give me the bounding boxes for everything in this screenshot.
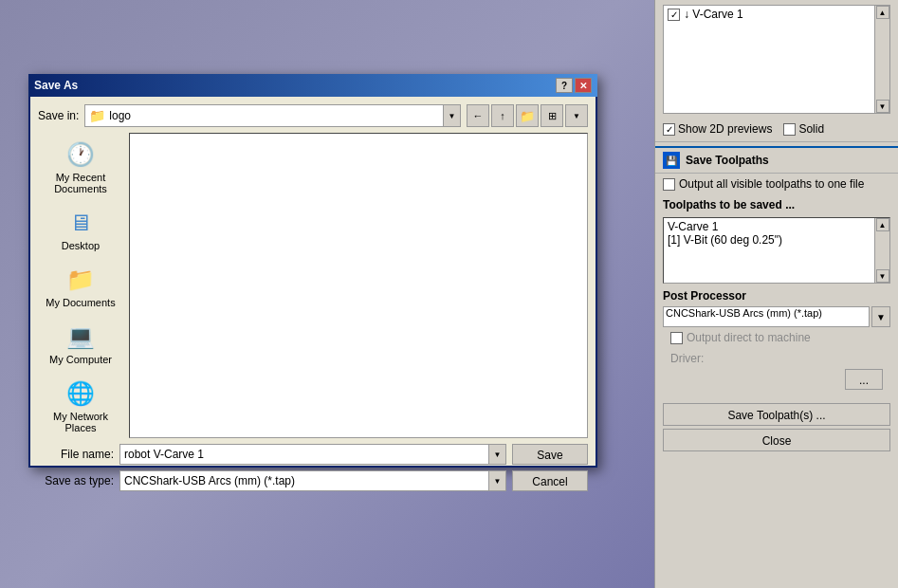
post-processor-select[interactable]: CNCShark-USB Arcs (mm) (*.tap) [663,306,870,327]
dialog-titlebar: Save As ? ✕ [28,74,597,97]
scroll-down-arrow[interactable]: ▼ [876,100,889,113]
filename-dropdown-btn[interactable]: ▼ [488,445,505,464]
dialog-title: Save As [34,79,78,92]
vcarve-list-item[interactable]: ✓ ↓ V-Carve 1 [664,6,889,23]
nav-view-btn[interactable]: ⊞ [541,104,563,127]
sidebar-network-label: My NetworkPlaces [53,411,108,433]
post-processor-value: CNCShark-USB Arcs (mm) (*.tap) [666,307,822,319]
post-processor-dropdown-row[interactable]: CNCShark-USB Arcs (mm) (*.tap) ▼ [663,306,890,327]
save-in-row: Save in: 📁 logo ▼ ← ↑ 📁 ⊞ ▼ [38,104,588,127]
cancel-button[interactable]: Cancel [512,470,588,491]
sidebar-recent-label: My RecentDocuments [54,172,107,194]
filename-row: File name: ▼ Save [38,444,588,465]
toolpath-name: V-Carve 1 [668,220,886,233]
list-scrollbar[interactable]: ▲ ▼ [874,6,889,113]
nav-back-btn[interactable]: ← [467,104,489,127]
desktop-icon: 🖥 [64,206,98,240]
post-processor-section: Post Processor CNCShark-USB Arcs (mm) (*… [655,285,898,397]
solid-checkbox-row[interactable]: Solid [783,122,824,136]
help-button[interactable]: ? [556,78,573,93]
save-toolpaths-icon: 💾 [663,152,680,169]
show-options: ✓ Show 2D previews Solid [655,119,898,139]
savetype-value: CNCShark-USB Arcs (mm) (*.tap) [120,474,299,487]
show-2d-label: Show 2D previews [678,122,772,136]
my-network-icon: 🌐 [64,377,98,411]
sidebar-item-network[interactable]: 🌐 My NetworkPlaces [38,372,123,438]
my-documents-icon: 📁 [64,263,98,297]
save-toolpaths-section: 💾 Save Toolpaths Output all visible tool… [655,146,898,284]
solid-checkbox[interactable] [783,123,796,136]
save-in-value: logo [109,109,131,122]
vcarve-checkbox[interactable]: ✓ [668,9,680,21]
sidebar-item-recent[interactable]: 🕐 My RecentDocuments [38,133,123,199]
post-processor-label: Post Processor [663,289,890,303]
dialog-body: Save in: 📁 logo ▼ ← ↑ 📁 ⊞ ▼ 🕐 My RecentD… [28,97,597,468]
vcarve-item-label: ↓ V-Carve 1 [684,8,743,21]
file-list-area[interactable] [129,133,588,438]
save-in-dropdown-btn[interactable]: ▼ [443,105,460,126]
toolpaths-content-box: V-Carve 1 [1] V-Bit (60 deg 0.25") ▲ ▼ [663,217,890,284]
my-computer-icon: 💻 [64,320,98,354]
recent-docs-icon: 🕐 [64,138,98,172]
post-processor-dropdown-btn[interactable]: ▼ [871,306,890,327]
scroll-up-arrow[interactable]: ▲ [876,6,889,19]
driver-btn[interactable]: ... [845,369,883,390]
savetype-dropdown-btn[interactable]: ▼ [488,471,505,490]
show-2d-checkbox-row[interactable]: ✓ Show 2D previews [663,122,772,136]
driver-label: Driver: [670,352,704,365]
save-toolpaths-header: 💾 Save Toolpaths [655,148,898,174]
toolpaths-scroll-down[interactable]: ▼ [876,269,889,283]
save-toolpaths-button[interactable]: Save Toolpath(s) ... [663,403,890,426]
toolpaths-to-save-label: Toolpaths to be saved ... [655,194,898,215]
savetype-input-wrapper[interactable]: CNCShark-USB Arcs (mm) (*.tap) ▼ [119,470,506,491]
filename-label: File name: [38,448,114,461]
nav-buttons: ← ↑ 📁 ⊞ ▼ [467,104,588,127]
filename-input[interactable] [120,445,505,464]
titlebar-buttons: ? ✕ [556,78,592,93]
toolpaths-scrollbar[interactable]: ▲ ▼ [874,218,889,283]
close-button[interactable]: Close [663,429,890,451]
output-direct-label: Output direct to machine [687,331,811,344]
folder-icon: 📁 [89,108,105,123]
vcarve-list[interactable]: ✓ ↓ V-Carve 1 ▲ ▼ [663,5,890,114]
output-all-label: Output all visible toolpaths to one file [679,177,864,191]
save-as-dialog: Save As ? ✕ Save in: 📁 logo ▼ ← ↑ 📁 ⊞ ▼ [28,74,597,468]
driver-row: Driver: [663,348,890,369]
save-toolpaths-title: Save Toolpaths [686,154,769,167]
dialog-close-button[interactable]: ✕ [575,78,592,93]
sidebar-item-documents[interactable]: 📁 My Documents [38,258,123,313]
save-in-dropdown[interactable]: 📁 logo ▼ [84,104,461,127]
savetype-label: Save as type: [38,474,114,487]
nav-new-folder-btn[interactable]: 📁 [516,104,539,127]
dialog-sidebar: 🕐 My RecentDocuments 🖥 Desktop 📁 My Docu… [38,133,123,438]
solid-label: Solid [798,122,824,136]
save-button[interactable]: Save [512,444,588,465]
savetype-row: Save as type: CNCShark-USB Arcs (mm) (*.… [38,470,588,491]
show-2d-checkbox[interactable]: ✓ [663,123,675,136]
sidebar-computer-label: My Computer [49,354,112,365]
sidebar-desktop-label: Desktop [62,240,100,251]
output-all-checkbox[interactable] [663,178,675,191]
sidebar-item-desktop[interactable]: 🖥 Desktop [38,201,123,256]
output-direct-row[interactable]: Output direct to machine [663,327,890,348]
toolpath-detail: [1] V-Bit (60 deg 0.25") [668,233,886,247]
filename-input-wrapper[interactable]: ▼ [119,444,506,465]
output-direct-checkbox[interactable] [670,332,683,344]
toolpaths-scroll-up[interactable]: ▲ [876,218,889,231]
sidebar-documents-label: My Documents [46,297,115,308]
right-panel: ✓ ↓ V-Carve 1 ▲ ▼ ✓ Show 2D previews Sol… [654,0,898,588]
dialog-content-area: 🕐 My RecentDocuments 🖥 Desktop 📁 My Docu… [38,133,588,438]
output-all-row[interactable]: Output all visible toolpaths to one file [655,174,898,194]
sidebar-item-computer[interactable]: 💻 My Computer [38,315,123,370]
nav-up-btn[interactable]: ↑ [491,104,514,127]
save-in-label: Save in: [38,109,79,122]
nav-view-dropdown-btn[interactable]: ▼ [565,104,588,127]
